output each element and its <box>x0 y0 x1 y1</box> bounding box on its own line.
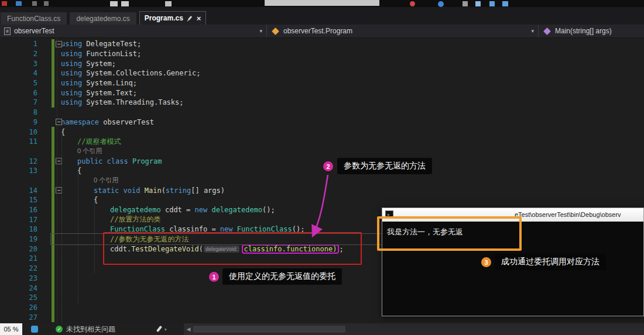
code-row[interactable]: 2using FunctionList; <box>0 49 644 59</box>
indent-guide <box>61 132 62 323</box>
hscroll-thumb[interactable] <box>193 326 345 333</box>
code-text[interactable]: public class Program <box>61 157 162 165</box>
toolbar-icon[interactable] <box>110 1 118 6</box>
code-row[interactable]: 0 个引用 <box>0 147 644 157</box>
line-number: 11 <box>0 137 37 146</box>
chevron-down-icon[interactable]: ▾ <box>531 28 534 34</box>
code-row[interactable]: 7using System.Threading.Tasks; <box>0 98 644 108</box>
step-badge-3: 3 <box>481 257 491 267</box>
step-callout-1: 使用定义的无参无返值的委托 <box>222 268 342 285</box>
zoom-control[interactable]: 05 % <box>0 323 22 335</box>
code-row[interactable]: 10{ <box>0 127 644 137</box>
toolbar-icon[interactable] <box>32 1 37 6</box>
toolbar-icon[interactable] <box>463 1 468 6</box>
code-text[interactable]: //放置方法的类 <box>61 215 160 225</box>
toolbar-icon[interactable] <box>121 1 129 6</box>
codelens-references[interactable]: 0 个引用 <box>94 176 118 185</box>
line-number: 23 <box>0 274 37 282</box>
line-number: 20 <box>0 245 37 253</box>
line-number: 21 <box>0 254 37 263</box>
code-token: delegatedemo <box>207 206 262 214</box>
change-tracking-bar <box>52 274 54 284</box>
code-row[interactable]: 13{ <box>0 166 644 176</box>
tab-label: delegatedemo.cs <box>76 15 129 23</box>
code-token: namespace <box>61 118 99 126</box>
code-text[interactable]: using System.Linq; <box>61 79 137 87</box>
feedback-icon[interactable] <box>31 326 38 333</box>
code-token: using <box>61 40 82 48</box>
code-row[interactable]: 6using System.Text; <box>0 88 644 98</box>
code-token: using <box>61 89 82 97</box>
highlighter-dropdown-icon[interactable]: ▾ <box>165 327 167 332</box>
code-text[interactable]: using System.Threading.Tasks; <box>61 98 184 106</box>
toolbar-icon[interactable] <box>165 1 172 6</box>
editor-margin <box>37 147 61 157</box>
code-text[interactable]: 0 个引用 <box>61 176 118 185</box>
code-row[interactable]: 5using System.Linq; <box>0 78 644 88</box>
change-tracking-bar <box>52 176 54 186</box>
code-text[interactable]: using System.Collections.Generic; <box>61 69 200 77</box>
code-row[interactable]: 15{ <box>0 195 644 205</box>
issues-status-text[interactable]: 未找到相关问题 <box>66 323 115 335</box>
toolbar-icon[interactable] <box>489 1 495 6</box>
type-name: observerTest.Program <box>283 27 352 35</box>
code-row[interactable]: 14−static void Main(string[] args) <box>0 185 644 195</box>
code-row[interactable]: 3using System; <box>0 58 644 68</box>
no-issues-check-icon[interactable]: ✓ <box>56 326 63 333</box>
toolbar-icon[interactable] <box>16 1 22 6</box>
hscroll-track[interactable] <box>193 323 644 335</box>
code-row[interactable]: 4using System.Collections.Generic; <box>0 68 644 78</box>
editor-margin: − <box>37 185 61 195</box>
code-row[interactable]: 12−public class Program <box>0 156 644 166</box>
pin-icon[interactable] <box>188 16 192 20</box>
member-dropdown[interactable]: Main(string[] args) <box>539 25 644 37</box>
code-token: public <box>77 157 102 165</box>
code-token: System; <box>82 60 116 68</box>
tab-delegatedemo[interactable]: delegatedemo.cs <box>70 12 136 25</box>
tab-program-active[interactable]: Program.cs × <box>139 11 207 25</box>
project-dropdown[interactable]: # observerTest ▾ <box>0 25 267 37</box>
line-number: 13 <box>0 167 37 175</box>
code-token: class <box>107 157 128 165</box>
chevron-down-icon[interactable]: ▾ <box>259 28 262 34</box>
highlighter-icon[interactable] <box>156 326 162 332</box>
change-tracking-bar <box>52 312 54 322</box>
code-token: using <box>61 50 82 58</box>
change-tracking-bar <box>52 293 54 303</box>
code-text[interactable]: namespace observerTest <box>61 118 154 126</box>
code-text[interactable]: 0 个引用 <box>61 147 102 156</box>
code-text[interactable]: //观察者模式 <box>61 137 121 147</box>
code-text[interactable]: { <box>61 196 98 204</box>
code-row[interactable]: 9−namespace observerTest <box>0 118 644 127</box>
code-token: void <box>124 187 141 195</box>
step-callout-3: 成功通过委托调用对应方法 <box>495 254 606 270</box>
account-avatar[interactable] <box>438 1 444 7</box>
csharp-file-icon: # <box>4 27 11 35</box>
code-text[interactable]: delegatedemo cddt = new delegatedemo(); <box>61 206 275 214</box>
code-row[interactable]: 8 <box>0 108 644 118</box>
close-icon[interactable]: × <box>197 15 201 22</box>
toolbar-search[interactable] <box>265 0 379 6</box>
toolbar-icon[interactable] <box>475 1 481 6</box>
change-tracking-bar <box>52 156 54 166</box>
code-row[interactable]: 1−using DelegateTest; <box>0 39 644 49</box>
code-text[interactable]: using System; <box>61 60 116 68</box>
editor-margin <box>37 166 61 176</box>
code-text[interactable]: using FunctionList; <box>61 50 141 58</box>
toolbar-icon[interactable] <box>502 1 508 6</box>
change-tracking-bar <box>52 58 54 68</box>
code-token: using <box>61 69 82 77</box>
code-row[interactable]: 0 个引用 <box>0 176 644 186</box>
toolbar-icon[interactable] <box>2 1 7 6</box>
tab-functionclass[interactable]: FunctionClass.cs <box>1 12 67 25</box>
hscroll-left-arrow[interactable]: ◀ <box>184 323 193 335</box>
change-tracking-bar <box>52 68 54 78</box>
codelens-references[interactable]: 0 个引用 <box>77 147 102 156</box>
code-text[interactable]: using System.Text; <box>61 89 137 97</box>
toolbar-icon[interactable] <box>44 1 49 6</box>
stop-icon[interactable] <box>410 1 415 6</box>
code-text[interactable]: using DelegateTest; <box>61 40 141 48</box>
code-text[interactable]: static void Main(string[] args) <box>61 187 225 195</box>
code-row[interactable]: 11//观察者模式 <box>0 137 644 147</box>
type-dropdown[interactable]: observerTest.Program ▾ <box>267 25 539 37</box>
